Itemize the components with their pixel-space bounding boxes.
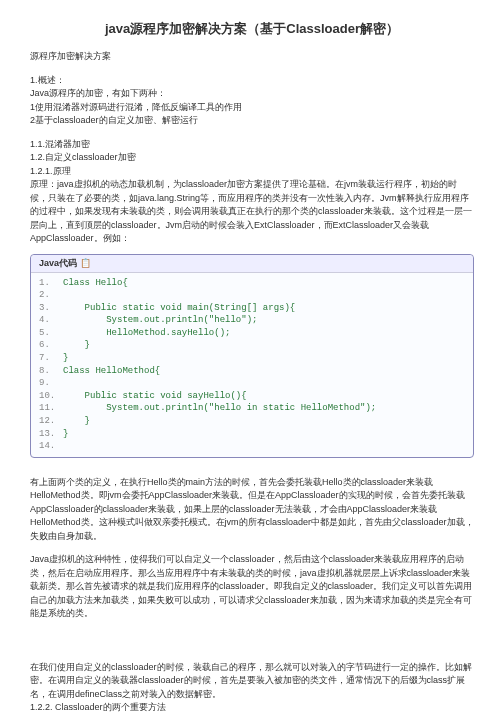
code-line: 8.Class HelloMethod{ bbox=[31, 365, 473, 378]
code-line: 14. bbox=[31, 440, 473, 453]
text-1-1: Java源程序的加密，有如下两种： bbox=[30, 87, 474, 101]
section-1-2-2: 1.2.2. Classloader的两个重要方法 bbox=[30, 701, 474, 713]
section-1: 1.概述： bbox=[30, 74, 474, 88]
code-block: Java代码 📋 1.Class Hello{2.3. Public stati… bbox=[30, 254, 474, 458]
paragraph-principle: 原理：java虚拟机的动态加载机制，为classloader加密方案提供了理论基… bbox=[30, 178, 474, 246]
section-1-1: 1.1.混淆器加密 bbox=[30, 138, 474, 152]
paragraph-2: 有上面两个类的定义，在执行Hello类的main方法的时候，首先会委托装载Hel… bbox=[30, 476, 474, 544]
code-line: 7.} bbox=[31, 352, 473, 365]
intro-text: 源程序加密解决方案 bbox=[30, 50, 474, 64]
page-title: java源程序加密解决方案（基于Classloader解密） bbox=[30, 20, 474, 38]
copy-icon[interactable]: 📋 bbox=[80, 258, 91, 268]
code-line: 9. bbox=[31, 377, 473, 390]
code-line: 3. Public static void main(String[] args… bbox=[31, 302, 473, 315]
code-line: 10. Public static void sayHello(){ bbox=[31, 390, 473, 403]
code-line: 1.Class Hello{ bbox=[31, 277, 473, 290]
code-line: 4. System.out.println("hello"); bbox=[31, 314, 473, 327]
text-1-2: 1使用混淆器对源码进行混淆，降低反编译工具的作用 bbox=[30, 101, 474, 115]
code-line: 2. bbox=[31, 289, 473, 302]
code-header: Java代码 📋 bbox=[31, 255, 473, 273]
paragraph-3: Java虚拟机的这种特性，使得我们可以自定义一个classloader，然后由这… bbox=[30, 553, 474, 621]
code-line: 6. } bbox=[31, 339, 473, 352]
code-line: 11. System.out.println("hello in static … bbox=[31, 402, 473, 415]
code-line: 12. } bbox=[31, 415, 473, 428]
paragraph-4: 在我们使用自定义的classloader的时候，装载自己的程序，那么就可以对装入… bbox=[30, 661, 474, 702]
code-line: 5. HelloMethod.sayHello(); bbox=[31, 327, 473, 340]
text-1-3: 2基于classloader的自定义加密、解密运行 bbox=[30, 114, 474, 128]
section-1-2: 1.2.自定义classloader加密 bbox=[30, 151, 474, 165]
section-1-2-1: 1.2.1.原理 bbox=[30, 165, 474, 179]
code-line: 13.} bbox=[31, 428, 473, 441]
